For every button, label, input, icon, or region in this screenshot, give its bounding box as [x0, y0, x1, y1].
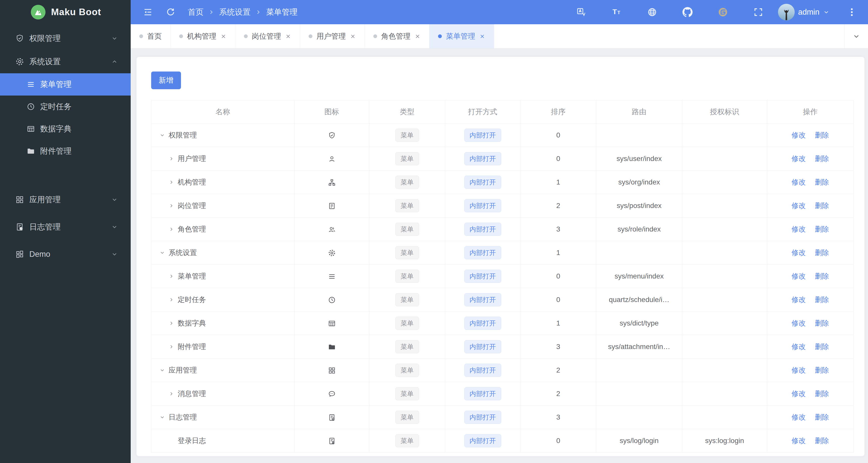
- delete-link[interactable]: 删除: [815, 202, 829, 210]
- app-grid-icon: [15, 195, 25, 204]
- tab-2[interactable]: 机构管理: [170, 24, 235, 48]
- delete-link[interactable]: 删除: [815, 390, 829, 398]
- font-size-icon[interactable]: TT: [610, 5, 624, 19]
- cell-name: 用户管理: [151, 147, 294, 171]
- sidebar-subitem-1[interactable]: 菜单管理: [0, 73, 131, 96]
- sidebar: Maku Boot 权限管理系统设置菜单管理定时任务数据字典附件管理应用管理日志…: [0, 0, 131, 463]
- tree-expand-icon[interactable]: [167, 274, 176, 279]
- open-mode-tag: 内部打开: [464, 129, 501, 142]
- edit-link[interactable]: 修改: [792, 131, 806, 139]
- sidebar-item-2[interactable]: 系统设置: [0, 50, 131, 73]
- gitee-icon[interactable]: [716, 5, 730, 19]
- tree-expand-icon[interactable]: [167, 391, 176, 397]
- tree-collapse-icon[interactable]: [158, 250, 166, 255]
- delete-link[interactable]: 删除: [815, 343, 829, 350]
- cell-type: 菜单: [369, 147, 445, 171]
- menu-fold-icon[interactable]: [141, 5, 155, 19]
- message-icon: [328, 390, 336, 398]
- tab-close-icon[interactable]: [479, 33, 485, 39]
- globe-icon[interactable]: [645, 5, 659, 19]
- user-menu[interactable]: admin: [778, 4, 830, 21]
- refresh-icon[interactable]: [163, 5, 178, 19]
- table-row: 系统设置菜单内部打开1修改删除: [151, 241, 854, 265]
- edit-link[interactable]: 修改: [792, 366, 806, 374]
- sidebar-subitem-2[interactable]: 定时任务: [0, 96, 131, 118]
- edit-link[interactable]: 修改: [792, 225, 806, 233]
- edit-link[interactable]: 修改: [792, 249, 806, 256]
- tree-expand-icon[interactable]: [167, 226, 176, 232]
- add-button[interactable]: 新增: [151, 71, 181, 89]
- edit-link[interactable]: 修改: [792, 390, 806, 398]
- tab-close-icon[interactable]: [220, 33, 226, 39]
- tab-dot: [139, 34, 143, 38]
- delete-link[interactable]: 删除: [815, 413, 829, 421]
- edit-link[interactable]: 修改: [792, 272, 806, 280]
- edit-link[interactable]: 修改: [792, 319, 806, 327]
- sidebar-item-4[interactable]: 日志管理: [0, 213, 131, 241]
- tree-expand-icon[interactable]: [167, 179, 176, 185]
- cell-route: sys/user/index: [596, 147, 682, 171]
- more-menu-kebab-icon[interactable]: [845, 5, 859, 19]
- breadcrumb-item[interactable]: 系统设置: [219, 7, 250, 18]
- cell-icon: [294, 335, 369, 359]
- tab-close-icon[interactable]: [285, 33, 291, 39]
- delete-link[interactable]: 删除: [815, 319, 829, 327]
- tree-expand-icon[interactable]: [167, 203, 176, 209]
- sidebar-item-5[interactable]: Demo: [0, 241, 131, 268]
- delete-link[interactable]: 删除: [815, 178, 829, 186]
- cell-actions: 修改删除: [767, 124, 854, 147]
- tab-3[interactable]: 岗位管理: [235, 24, 300, 48]
- delete-link[interactable]: 删除: [815, 225, 829, 233]
- sidebar-subitem-label: 菜单管理: [40, 79, 71, 90]
- edit-link[interactable]: 修改: [792, 343, 806, 350]
- tree-collapse-icon[interactable]: [158, 414, 166, 420]
- fullscreen-icon[interactable]: [751, 5, 765, 19]
- tab-close-icon[interactable]: [414, 33, 421, 39]
- menu-name: 系统设置: [168, 248, 197, 257]
- cell-name: 权限管理: [151, 124, 294, 147]
- sidebar-item-3[interactable]: 应用管理: [0, 186, 131, 213]
- delete-link[interactable]: 删除: [815, 155, 829, 162]
- folder-icon: [328, 343, 336, 351]
- tab-close-icon[interactable]: [350, 33, 356, 39]
- delete-link[interactable]: 删除: [815, 437, 829, 444]
- edit-link[interactable]: 修改: [792, 296, 806, 304]
- edit-link[interactable]: 修改: [792, 178, 806, 186]
- breadcrumb-item[interactable]: 菜单管理: [266, 7, 298, 18]
- tree-expand-icon[interactable]: [167, 344, 176, 349]
- tab-1[interactable]: 首页: [131, 24, 170, 48]
- edit-link[interactable]: 修改: [792, 202, 806, 210]
- tree-expand-icon[interactable]: [167, 297, 176, 303]
- tab-4[interactable]: 用户管理: [300, 24, 365, 48]
- edit-link[interactable]: 修改: [792, 155, 806, 162]
- cell-actions: 修改删除: [767, 382, 854, 406]
- tab-5[interactable]: 角色管理: [365, 24, 429, 48]
- cell-actions: 修改删除: [767, 265, 854, 288]
- delete-link[interactable]: 删除: [815, 272, 829, 280]
- sidebar-subitem-3[interactable]: 数据字典: [0, 118, 131, 140]
- breadcrumb-item[interactable]: 首页: [188, 7, 204, 18]
- tab-label: 机构管理: [187, 31, 216, 41]
- tree-collapse-icon[interactable]: [158, 132, 166, 138]
- tab-6[interactable]: 菜单管理: [429, 24, 494, 48]
- cell-auth: [682, 147, 767, 171]
- delete-link[interactable]: 删除: [815, 296, 829, 304]
- github-icon[interactable]: [680, 5, 694, 19]
- tab-list-dropdown[interactable]: [844, 24, 868, 48]
- delete-link[interactable]: 删除: [815, 366, 829, 374]
- delete-link[interactable]: 删除: [815, 249, 829, 256]
- sidebar-item-1[interactable]: 权限管理: [0, 27, 131, 50]
- sidebar-subitem-4[interactable]: 附件管理: [0, 140, 131, 162]
- tab-label: 岗位管理: [252, 31, 281, 41]
- tree-expand-icon[interactable]: [167, 156, 176, 161]
- app-logo[interactable]: Maku Boot: [0, 0, 131, 24]
- cell-name: 消息管理: [151, 382, 294, 406]
- cell-open-mode: 内部打开: [445, 241, 521, 265]
- delete-link[interactable]: 删除: [815, 131, 829, 139]
- tree-expand-icon[interactable]: [167, 320, 176, 326]
- edit-link[interactable]: 修改: [792, 437, 806, 444]
- edit-link[interactable]: 修改: [792, 413, 806, 421]
- translate-icon[interactable]: [574, 5, 588, 19]
- tree-collapse-icon[interactable]: [158, 367, 166, 373]
- menu-name: 权限管理: [168, 130, 197, 140]
